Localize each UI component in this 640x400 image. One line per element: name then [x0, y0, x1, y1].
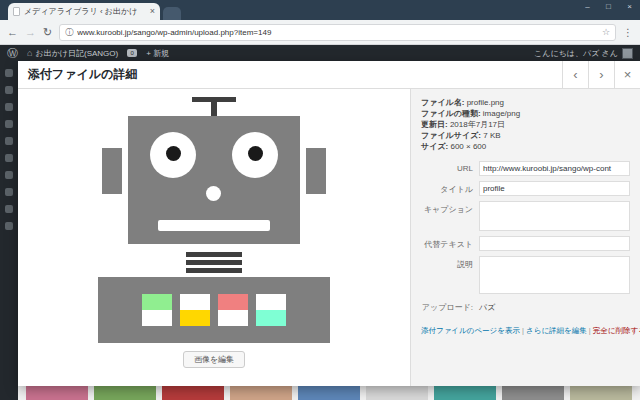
meta-row: 更新日: 2018年7月17日: [421, 119, 630, 130]
menu-appearance-icon[interactable]: [5, 154, 13, 162]
uploaded-by-label: アップロード:: [421, 299, 479, 313]
meta-row: サイズ: 600 × 600: [421, 141, 630, 152]
robot-eye-left: [150, 132, 196, 178]
robot-ear-left: [102, 148, 122, 194]
media-thumbnail[interactable]: [230, 386, 292, 400]
account-menu[interactable]: こんにちは、パズ さん: [534, 48, 633, 59]
robot-head: [128, 116, 300, 244]
edit-image-button[interactable]: 画像を編集: [183, 351, 245, 368]
browser-tab[interactable]: メディアライブラリ ‹ お出かけ ×: [8, 3, 160, 20]
description-field-row: 説明: [421, 256, 630, 294]
address-bar[interactable]: ⓘ www.kuroobi.jp/sango/wp-admin/upload.p…: [59, 24, 616, 41]
modal-close-icon[interactable]: ×: [614, 61, 640, 88]
url-input[interactable]: [479, 161, 630, 176]
modal-header: 添付ファイルの詳細 ‹ › ×: [18, 61, 640, 89]
robot-pupil-left: [166, 146, 181, 161]
new-content-menu[interactable]: + 新規: [146, 48, 169, 59]
attachment-details-sidebar: ファイル名: profile.pngファイルの種類: image/png更新日:…: [410, 89, 640, 386]
description-input[interactable]: [479, 256, 630, 294]
tab-close-icon[interactable]: ×: [150, 7, 155, 16]
description-label: 説明: [421, 256, 479, 294]
robot-neck-bar: [186, 268, 242, 273]
media-thumbnail[interactable]: [570, 386, 632, 400]
menu-dashboard-icon[interactable]: [5, 69, 13, 77]
alt-input[interactable]: [479, 236, 630, 251]
attachment-image: [94, 97, 334, 343]
menu-media-icon[interactable]: [5, 103, 13, 111]
attachment-fields: URLタイトルキャプション代替テキスト説明: [421, 161, 630, 294]
menu-plugins-icon[interactable]: [5, 171, 13, 179]
menu-pages-icon[interactable]: [5, 120, 13, 128]
uploaded-by-value: パズ: [479, 299, 495, 313]
title-input[interactable]: [479, 181, 630, 196]
attachment-action-link[interactable]: 添付ファイルのページを表示: [421, 326, 520, 335]
page-info-icon[interactable]: ⓘ: [65, 27, 73, 38]
window-minimize-button[interactable]: –: [577, 0, 598, 15]
media-thumbnail[interactable]: [502, 386, 564, 400]
window-controls: – □ ×: [577, 0, 640, 15]
media-grid-thumbnails: [18, 386, 640, 400]
menu-tools-icon[interactable]: [5, 205, 13, 213]
attachment-preview-area: 画像を編集: [18, 89, 410, 386]
color-chip: [180, 294, 210, 310]
bookmark-star-icon[interactable]: ☆: [602, 27, 610, 37]
new-tab-button[interactable]: [163, 7, 181, 20]
url-label: URL: [421, 161, 479, 176]
caption-input[interactable]: [479, 201, 630, 231]
title-label: タイトル: [421, 181, 479, 196]
comments-bubble-icon: 0: [127, 49, 137, 57]
media-thumbnail[interactable]: [366, 386, 428, 400]
color-chip: [256, 310, 286, 326]
delete-permanently-link[interactable]: 完全に削除する: [593, 326, 640, 335]
color-chip: [142, 310, 172, 326]
url-field-row: URL: [421, 161, 630, 176]
chip-row: [142, 294, 286, 310]
meta-row: ファイルの種類: image/png: [421, 108, 630, 119]
site-name-menu[interactable]: ⌂ お出かけ日記(SANGO): [27, 48, 118, 59]
comments-menu[interactable]: 0: [127, 49, 137, 57]
wordpress-logo-icon[interactable]: Ⓦ: [7, 48, 18, 59]
window-maximize-button[interactable]: □: [598, 0, 619, 15]
menu-settings-icon[interactable]: [5, 222, 13, 230]
robot-antenna-stem: [211, 102, 217, 116]
url-text: www.kuroobi.jp/sango/wp-admin/upload.php…: [77, 28, 598, 37]
robot-nose: [206, 186, 221, 201]
alt-field-row: 代替テキスト: [421, 236, 630, 251]
admin-sidebar-menu: [0, 61, 18, 400]
wp-admin-bar: Ⓦ ⌂ お出かけ日記(SANGO) 0 + 新規 こんにちは、パズ さん: [0, 45, 640, 61]
media-thumbnail[interactable]: [434, 386, 496, 400]
title-field-row: タイトル: [421, 181, 630, 196]
admin-page-background: 添付ファイルの詳細 ‹ › ×: [0, 61, 640, 400]
menu-posts-icon[interactable]: [5, 86, 13, 94]
forward-icon[interactable]: →: [25, 27, 36, 38]
next-attachment-button[interactable]: ›: [588, 61, 614, 88]
caption-label: キャプション: [421, 201, 479, 231]
color-chip: [180, 310, 210, 326]
browser-menu-icon[interactable]: ⋮: [623, 27, 633, 38]
robot-eye-right: [232, 132, 278, 178]
robot-chips: [142, 294, 286, 326]
modal-title: 添付ファイルの詳細: [18, 61, 562, 88]
robot-mouth: [158, 220, 270, 231]
window-close-button[interactable]: ×: [619, 0, 640, 15]
attachment-action-link[interactable]: さらに詳細を編集: [526, 326, 587, 335]
reload-icon[interactable]: ↻: [43, 27, 52, 38]
back-icon[interactable]: ←: [7, 27, 18, 38]
attachment-links: 添付ファイルのページを表示 | さらに詳細を編集 | 完全に削除する: [421, 326, 630, 336]
howdy-greeting: こんにちは、パズ さん: [534, 48, 618, 59]
robot-ear-right: [306, 148, 326, 194]
menu-users-icon[interactable]: [5, 188, 13, 196]
media-thumbnail[interactable]: [298, 386, 360, 400]
media-thumbnail[interactable]: [162, 386, 224, 400]
color-chip: [256, 294, 286, 310]
media-thumbnail[interactable]: [94, 386, 156, 400]
robot-pupil-right: [248, 146, 263, 161]
caption-field-row: キャプション: [421, 201, 630, 231]
meta-row: ファイルサイズ: 7 KB: [421, 130, 630, 141]
browser-titlebar: メディアライブラリ ‹ お出かけ × – □ ×: [0, 0, 640, 20]
previous-attachment-button[interactable]: ‹: [562, 61, 588, 88]
menu-comments-icon[interactable]: [5, 137, 13, 145]
tab-title: メディアライブラリ ‹ お出かけ: [24, 6, 146, 17]
media-thumbnail[interactable]: [26, 386, 88, 400]
robot-neck-bar: [186, 252, 242, 257]
